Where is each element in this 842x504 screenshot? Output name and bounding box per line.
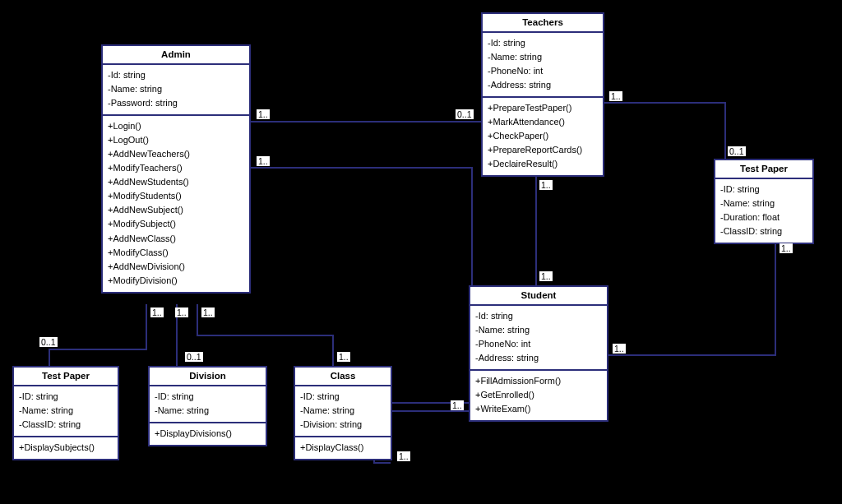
mult-label: 1..: [451, 400, 464, 410]
mult-label: 1..: [150, 307, 164, 317]
class-attributes: -ID: string -Name: string -Division: str…: [295, 386, 391, 437]
class-attributes: -ID: string -Name: string: [150, 386, 266, 423]
class-title: Student: [470, 287, 607, 306]
class-attributes: -ID: string -Name: string -ClassID: stri…: [14, 386, 118, 437]
class-class: Class -ID: string -Name: string -Divisio…: [294, 366, 392, 460]
mult-label: 1..: [257, 109, 270, 119]
class-testpaper-right: Test Paper -ID: string -Name: string -Du…: [714, 159, 814, 244]
class-operations: +FillAdmissionForm() +GetEnrolled() +Wri…: [470, 371, 607, 420]
class-admin: Admin -Id: string -Name: string -Passwor…: [101, 44, 251, 294]
mult-label: 1..: [337, 352, 350, 362]
class-title: Admin: [103, 46, 249, 65]
mult-label: 1..: [539, 180, 553, 190]
mult-label: 0..1: [185, 352, 203, 362]
mult-label: 1..: [201, 307, 215, 317]
class-attributes: -Id: string -Name: string -Password: str…: [103, 65, 249, 116]
class-attributes: -Id: string -Name: string -PhoneNo: int …: [470, 306, 607, 371]
class-teachers: Teachers -Id: string -Name: string -Phon…: [481, 12, 604, 177]
class-operations: +DisplayDivisions(): [150, 423, 266, 445]
class-title: Test Paper: [715, 160, 812, 179]
class-operations: +DisplayClass(): [295, 437, 391, 459]
mult-label: 1..: [257, 156, 270, 166]
class-title: Teachers: [483, 14, 603, 33]
class-attributes: -Id: string -Name: string -PhoneNo: int …: [483, 33, 603, 98]
class-operations: +DisplaySubjects(): [14, 437, 118, 459]
class-title: Test Paper: [14, 368, 118, 386]
class-operations: +Login() +LogOut() +AddNewTeachers() +Mo…: [103, 116, 249, 292]
class-testpaper-left: Test Paper -ID: string -Name: string -Cl…: [12, 366, 119, 460]
mult-label: 1..: [609, 91, 622, 101]
mult-label: 1..: [175, 307, 188, 317]
mult-label: 1..: [397, 451, 410, 461]
class-division: Division -ID: string -Name: string +Disp…: [148, 366, 267, 446]
mult-label: 0..1: [728, 146, 746, 156]
class-attributes: -ID: string -Name: string -Duration: flo…: [715, 179, 812, 243]
class-operations: +PrepareTestPaper() +MarkAttendance() +C…: [483, 98, 603, 175]
mult-label: 1..: [613, 344, 626, 354]
class-title: Class: [295, 368, 391, 386]
class-title: Division: [150, 368, 266, 386]
mult-label: 1..: [780, 243, 793, 253]
mult-label: 0..1: [456, 109, 474, 119]
class-student: Student -Id: string -Name: string -Phone…: [469, 285, 608, 422]
mult-label: 1..: [539, 271, 553, 281]
mult-label: 0..1: [39, 337, 58, 347]
